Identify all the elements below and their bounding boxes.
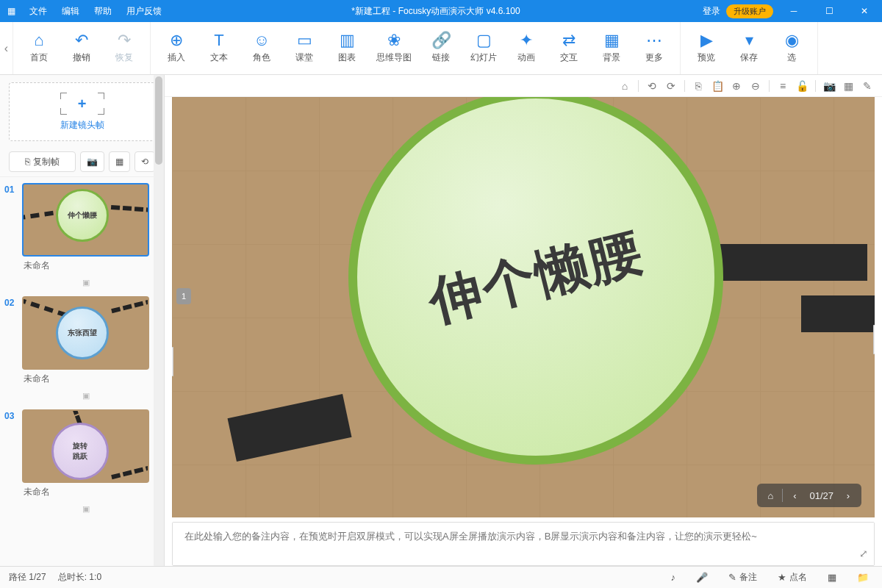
cv-camera-button[interactable]: 📷	[820, 77, 838, 95]
more-icon: ⋯	[646, 32, 662, 49]
cv-home-button[interactable]: ⌂	[616, 77, 634, 95]
music-icon: ♪	[671, 572, 676, 583]
copy-icon: ⎘	[25, 157, 30, 167]
cv-edit-button[interactable]: ✎	[858, 77, 876, 95]
select-button[interactable]: ◉选	[770, 22, 813, 74]
panel-handle-left[interactable]: ‹	[172, 347, 173, 376]
cv-zoom-out-button[interactable]: ⊖	[747, 77, 764, 95]
menu-feedback[interactable]: 用户反馈	[119, 0, 169, 22]
canvas-circle[interactable]: 伸个懒腰	[348, 97, 723, 465]
mindmap-button[interactable]: ❀思维导图	[368, 22, 420, 74]
pager-home-button[interactable]: ⌂	[760, 485, 781, 506]
interact-button[interactable]: ⇄交互	[548, 22, 590, 74]
grid-button[interactable]: ▦	[823, 572, 841, 583]
folder-button[interactable]: 📁	[853, 572, 873, 583]
frame-item-2[interactable]: 02 东张西望 未命名	[0, 290, 154, 391]
statusbar: 路径 1/27 总时长: 1:0 ♪ 🎤 ✎备注 ★点名 ▦ 📁	[0, 566, 882, 588]
text-icon: T	[214, 32, 223, 49]
undo-button[interactable]: ↶撤销	[60, 22, 103, 74]
camera-button[interactable]: 📷	[80, 151, 104, 172]
star-icon: ★	[778, 572, 786, 583]
cv-paste-button[interactable]: 📋	[709, 77, 726, 95]
cv-layout-button[interactable]: ▦	[839, 77, 857, 95]
minimize-button[interactable]: ─	[779, 0, 808, 22]
toolbar-collapse-left[interactable]: ‹	[0, 22, 13, 74]
close-button[interactable]: ✕	[850, 0, 879, 22]
grid-icon: ▦	[828, 572, 836, 583]
cv-rotate-right-button[interactable]: ⟳	[662, 77, 680, 95]
cv-zoom-in-button[interactable]: ⊕	[728, 77, 745, 95]
cv-lock-button[interactable]: 🔓	[793, 77, 811, 95]
save-button[interactable]: ▾保存	[728, 22, 770, 74]
frame-item-1[interactable]: 01 伸个懒腰 未命名	[0, 177, 154, 278]
menu-file[interactable]: 文件	[22, 0, 54, 22]
frame-number: 01	[4, 184, 14, 195]
chart-button[interactable]: ▥图表	[326, 22, 368, 74]
slide-icon: ▢	[476, 32, 492, 49]
new-frame-button[interactable]: + 新建镜头帧	[9, 82, 155, 141]
notes-toggle-button[interactable]: ✎备注	[724, 571, 761, 584]
login-link[interactable]: 登录	[703, 5, 720, 18]
frame-thumbnail[interactable]: 东张西望	[22, 296, 149, 370]
home-icon: ⌂	[34, 32, 43, 49]
anim-icon: ✦	[520, 32, 533, 49]
notes-input[interactable]	[173, 523, 874, 565]
music-button[interactable]: ♪	[667, 572, 681, 583]
main: + 新建镜头帧 ⎘复制帧 📷 ▦ ⟲ 01 伸个懒腰 未命名 ▣ 02	[0, 75, 882, 566]
home-button[interactable]: ⌂首页	[18, 22, 60, 74]
qr-button[interactable]: ▦	[109, 151, 130, 172]
bg-button[interactable]: ▦背景	[590, 22, 633, 74]
panel-handle-right[interactable]: ‹	[873, 325, 875, 354]
cv-align-button[interactable]: ≡	[774, 77, 792, 95]
notes-expand-button[interactable]: ⤢	[859, 548, 868, 559]
folder-icon: 📁	[857, 572, 869, 583]
cv-copy-button[interactable]: ⎘	[689, 77, 707, 95]
path-segment	[720, 244, 867, 281]
menu-help[interactable]: 帮助	[87, 0, 119, 22]
canvas-circle-text: 伸个懒腰	[422, 217, 650, 338]
chart-icon: ▥	[340, 32, 355, 49]
maximize-button[interactable]: ☐	[814, 0, 844, 22]
frame-thumbnail[interactable]: 伸个懒腰	[22, 183, 149, 257]
save-icon: ▾	[745, 32, 753, 49]
pager-next-button[interactable]: ›	[838, 485, 858, 506]
bg-icon: ▦	[604, 32, 620, 49]
frame-lock-icon: ▣	[18, 391, 154, 404]
path-segment	[801, 295, 875, 332]
pager-prev-button[interactable]: ‹	[784, 485, 805, 506]
anim-button[interactable]: ✦动画	[505, 22, 548, 74]
slide-button[interactable]: ▢幻灯片	[462, 22, 505, 74]
cv-rotate-left-button[interactable]: ⟲	[643, 77, 661, 95]
menu-edit[interactable]: 编辑	[54, 0, 87, 22]
insert-button[interactable]: ⊕插入	[155, 22, 198, 74]
canvas-viewport[interactable]: 1 伸个懒腰 ‹ ‹ ⌂ ‹ 01/27 ›	[172, 97, 875, 517]
link-button[interactable]: 🔗链接	[420, 22, 462, 74]
mindmap-icon: ❀	[387, 32, 401, 49]
frame-name: 未命名	[22, 257, 149, 275]
app-icon: ▦	[0, 6, 22, 16]
frame-item-3[interactable]: 03 旋转 跳跃 未命名	[0, 404, 154, 504]
role-button[interactable]: ☺角色	[240, 22, 283, 74]
frame-list: 01 伸个懒腰 未命名 ▣ 02 东张西望 未命名 ▣	[0, 177, 164, 566]
edit-icon: ✎	[728, 572, 736, 583]
class-button[interactable]: ▭课堂	[283, 22, 326, 74]
refresh-button[interactable]: ⟲	[135, 151, 155, 172]
pager-page-number: 01/27	[805, 490, 838, 501]
redo-button[interactable]: ↷恢复	[103, 22, 146, 74]
text-button[interactable]: T文本	[198, 22, 240, 74]
frame-lock-icon: ▣	[18, 504, 154, 517]
frame-thumbnail[interactable]: 旋转 跳跃	[22, 409, 149, 483]
refresh-icon: ⟲	[141, 157, 148, 167]
new-frame-label: 新建镜头帧	[60, 119, 104, 132]
like-button[interactable]: ★点名	[773, 571, 811, 584]
copy-frame-button[interactable]: ⎘复制帧	[9, 151, 76, 172]
upgrade-button[interactable]: 升级账户	[726, 4, 773, 18]
frame-name: 未命名	[22, 483, 149, 501]
more-button[interactable]: ⋯更多	[633, 22, 675, 74]
canvas-tab[interactable]: 1	[176, 288, 191, 304]
sidebar: + 新建镜头帧 ⎘复制帧 📷 ▦ ⟲ 01 伸个懒腰 未命名 ▣ 02	[0, 75, 165, 566]
window-title: *新建工程 - Focusky动画演示大师 v4.6.100	[169, 5, 703, 18]
preview-button[interactable]: ▶预览	[685, 22, 728, 74]
mic-button[interactable]: 🎤	[692, 572, 712, 583]
sidebar-scrollbar[interactable]	[154, 75, 164, 566]
